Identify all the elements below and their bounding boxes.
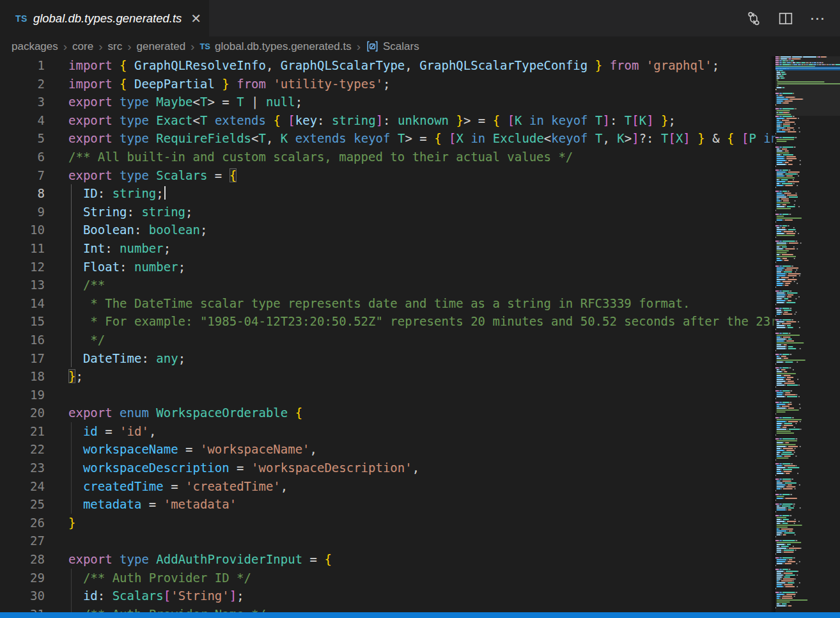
line-number: 17: [5, 349, 45, 368]
line-number: 19: [5, 386, 45, 404]
chevron-right-icon: ›: [127, 40, 131, 52]
code-line: 26}: [5, 514, 775, 532]
split-editor-icon[interactable]: [777, 10, 794, 27]
line-number: 31: [5, 605, 45, 612]
code-line: 20export enum WorkspaceOrderable {: [5, 404, 775, 422]
line-number: 21: [5, 422, 45, 441]
code-line: 29 /** Auth Provider ID */: [5, 569, 775, 587]
code-line: 2import { DeepPartial } from 'utility-ty…: [5, 75, 775, 93]
line-number: 2: [5, 75, 45, 93]
code-line: 8 ID: string;: [5, 184, 775, 203]
breadcrumb-item-packages[interactable]: packages: [12, 40, 58, 53]
code-line: 17 DateTime: any;: [5, 349, 775, 368]
editor-actions: ⋯: [745, 0, 840, 36]
line-number: 20: [5, 404, 45, 422]
code-line: 12 Float: number;: [5, 258, 775, 276]
line-number: 24: [5, 477, 45, 496]
code-line: 27: [5, 532, 775, 550]
breadcrumb-item-src[interactable]: src: [108, 40, 123, 53]
code-line: 22 workspaceName = 'workspaceName',: [5, 440, 775, 459]
code-line: 6/** All built-in and custom scalars, ma…: [5, 148, 775, 166]
code-line: 10 Boolean: boolean;: [5, 221, 775, 239]
minimap[interactable]: [775, 56, 840, 612]
tab-label: global.db.types.generated.ts: [33, 12, 182, 26]
vscode-editor-window: TS global.db.types.generated.ts ✕: [0, 0, 840, 618]
code-line: 24 createdTime = 'createdTime',: [5, 477, 775, 496]
code-line: 28export type AddAuthProviderInput = {: [5, 550, 775, 569]
more-actions-icon[interactable]: ⋯: [809, 10, 826, 27]
line-number: 29: [5, 569, 45, 587]
line-number: 16: [5, 331, 45, 349]
code-line: 13 /**: [5, 276, 775, 294]
chevron-right-icon: ›: [357, 40, 361, 52]
code-line: 1import { GraphQLResolveInfo, GraphQLSca…: [5, 56, 775, 75]
breadcrumb: packages › core › src › generated › TS g…: [5, 36, 775, 56]
typescript-file-icon: TS: [15, 13, 27, 24]
line-number: 15: [5, 312, 45, 331]
line-number: 26: [5, 514, 45, 532]
line-number: 8: [5, 184, 45, 203]
line-number: 3: [5, 93, 45, 111]
typescript-file-icon: TS: [199, 42, 210, 51]
code-line: 11 Int: number;: [5, 239, 775, 258]
line-number: 12: [5, 258, 45, 276]
line-number: 30: [5, 587, 45, 605]
line-number: 7: [5, 166, 45, 185]
code-line: 15 * For example: "1985-04-12T23:20:50.5…: [5, 312, 775, 331]
chevron-right-icon: ›: [63, 40, 67, 52]
code-line: 23 workspaceDescription = 'workspaceDesc…: [5, 459, 775, 477]
code-line: 14 * The DateTime scalar type represents…: [5, 294, 775, 313]
chevron-right-icon: ›: [98, 40, 102, 52]
line-number: 5: [5, 129, 45, 148]
line-number: 10: [5, 221, 45, 239]
code-line: 19: [5, 386, 775, 404]
symbol-type-icon: [366, 40, 379, 53]
chevron-right-icon: ›: [191, 40, 194, 52]
code-line: 4export type Exact<T extends { [key: str…: [5, 111, 775, 130]
line-number: 11: [5, 239, 45, 258]
minimap-shadow: [770, 56, 775, 612]
breadcrumb-item-symbol[interactable]: Scalars: [383, 40, 419, 53]
line-number: 1: [5, 56, 45, 75]
line-number: 22: [5, 440, 45, 459]
line-number: 6: [5, 148, 45, 166]
status-bar: [0, 612, 840, 618]
code-line: 5export type RequireFields<T, K extends …: [5, 129, 775, 148]
code-line: 25 metadata = 'metadata': [5, 495, 775, 514]
line-number: 4: [5, 111, 45, 130]
line-number: 13: [5, 276, 45, 294]
code-line: 7export type Scalars = {: [5, 166, 775, 185]
line-number: 14: [5, 294, 45, 313]
code-line: 3export type Maybe<T> = T | null;: [5, 93, 775, 111]
code-line: 30 id: Scalars['String'];: [5, 587, 775, 605]
code-line: 18};: [5, 367, 775, 386]
tab-global-db-types[interactable]: TS global.db.types.generated.ts ✕: [5, 0, 209, 36]
minimap-canvas: [775, 56, 840, 612]
line-number: 28: [5, 550, 45, 569]
code-line: 16 */: [5, 331, 775, 349]
tab-bar: TS global.db.types.generated.ts ✕: [5, 0, 840, 36]
code-area[interactable]: 1import { GraphQLResolveInfo, GraphQLSca…: [5, 56, 775, 612]
tab-close-icon[interactable]: ✕: [191, 12, 201, 25]
breadcrumb-item-generated[interactable]: generated: [137, 40, 186, 53]
line-number: 18: [5, 367, 45, 386]
open-changes-icon[interactable]: [745, 10, 762, 27]
code-line: 31 /** Auth Provider Name */: [5, 605, 775, 612]
code-line: 21 id = 'id',: [5, 422, 775, 441]
breadcrumb-item-core[interactable]: core: [72, 40, 93, 53]
line-number: 23: [5, 459, 45, 477]
line-number: 9: [5, 203, 45, 221]
line-number: 25: [5, 495, 45, 514]
text-cursor: [164, 186, 166, 200]
breadcrumb-item-file[interactable]: global.db.types.generated.ts: [215, 40, 352, 53]
line-number: 27: [5, 532, 45, 550]
code-line: 9 String: string;: [5, 203, 775, 221]
